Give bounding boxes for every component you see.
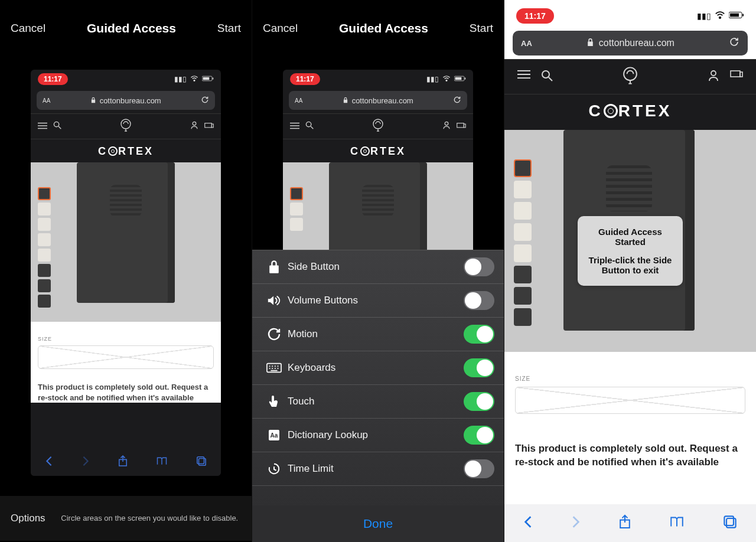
- option-row: Side Button: [252, 250, 504, 284]
- reload-icon[interactable]: [729, 37, 739, 50]
- option-label: Time Limit: [288, 463, 464, 475]
- thumbnail[interactable]: [514, 223, 532, 241]
- thumbnail[interactable]: [38, 279, 51, 292]
- thumbnail[interactable]: [38, 264, 51, 277]
- thumbnail[interactable]: [514, 202, 532, 220]
- url-bar: AA cottonbureau.com: [289, 91, 467, 110]
- tabs-icon[interactable]: [723, 515, 737, 531]
- search-icon[interactable]: [541, 70, 553, 84]
- svg-line-28: [311, 126, 313, 129]
- url-bar[interactable]: AA cottonbureau.com: [37, 91, 215, 110]
- cancel-button[interactable]: Cancel: [263, 22, 298, 35]
- cancel-button[interactable]: Cancel: [11, 22, 45, 35]
- option-toggle[interactable]: [464, 291, 494, 310]
- option-toggle[interactable]: [464, 392, 494, 411]
- text-size-icon[interactable]: AA: [521, 39, 532, 48]
- svg-rect-18: [199, 459, 206, 466]
- option-row: Touch: [252, 385, 504, 419]
- size-selector[interactable]: [38, 345, 214, 369]
- option-toggle[interactable]: [464, 426, 494, 445]
- thumbnail[interactable]: [38, 249, 51, 262]
- user-icon[interactable]: [190, 121, 198, 132]
- svg-rect-33: [457, 123, 464, 128]
- bookmarks-icon[interactable]: [156, 456, 168, 468]
- text-size-icon[interactable]: AA: [43, 97, 50, 104]
- svg-point-29: [373, 119, 383, 129]
- start-button[interactable]: Start: [217, 22, 241, 35]
- site-logo-icon[interactable]: [622, 67, 638, 87]
- site-logo-icon: [372, 119, 384, 134]
- search-icon[interactable]: [53, 121, 61, 132]
- thumbnail[interactable]: [514, 287, 532, 305]
- time-pill: 11:17: [290, 73, 320, 85]
- size-selector[interactable]: [515, 387, 745, 414]
- forward-icon[interactable]: [571, 515, 581, 531]
- battery-icon: [729, 11, 744, 21]
- share-icon[interactable]: [118, 455, 128, 469]
- guided-access-alert: Guided Access Started Triple-click the S…: [578, 216, 683, 286]
- start-button[interactable]: Start: [470, 22, 493, 35]
- option-label: Motion: [288, 328, 464, 340]
- guided-access-navbar: Cancel Guided Access Start: [0, 0, 252, 57]
- brand-logo: CRTEX: [504, 94, 756, 130]
- lock-icon: [586, 38, 594, 49]
- tabs-icon[interactable]: [196, 456, 207, 469]
- svg-text:Aa: Aa: [271, 432, 278, 439]
- svg-rect-19: [197, 457, 204, 464]
- screen-preview[interactable]: 11:17 ▮▮▯ AA cottonbureau.com: [31, 70, 221, 476]
- menu-icon[interactable]: [38, 121, 47, 132]
- motion-icon: [260, 327, 288, 341]
- svg-point-27: [306, 122, 311, 126]
- brand-logo: CRTEX: [283, 139, 473, 162]
- text-size-icon: AA: [295, 97, 302, 104]
- url-bar[interactable]: AA cottonbureau.com: [513, 31, 748, 55]
- site-logo-icon[interactable]: [120, 119, 132, 134]
- thumbnail[interactable]: [38, 187, 51, 200]
- option-toggle[interactable]: [464, 257, 494, 276]
- url-text: cottonbureau.com: [352, 96, 413, 105]
- reload-icon[interactable]: [201, 96, 209, 106]
- forward-icon[interactable]: [82, 456, 90, 469]
- option-toggle[interactable]: [464, 358, 494, 377]
- dictionary-icon: Aa: [260, 429, 288, 442]
- status-bar: 11:17 ▮▮▯: [283, 70, 473, 87]
- safari-toolbar: [31, 449, 221, 476]
- panel-guided-access-active: 11:17 ▮▮▯ AA cottonbureau.com CRTEX: [504, 0, 756, 542]
- back-icon[interactable]: [523, 515, 533, 531]
- lock-icon: [260, 260, 288, 274]
- menu-icon[interactable]: [517, 70, 530, 84]
- product-image-area: [283, 162, 473, 250]
- option-toggle[interactable]: [464, 459, 494, 478]
- svg-rect-34: [464, 124, 465, 128]
- svg-rect-14: [211, 124, 213, 128]
- product-image: [77, 162, 175, 303]
- options-button[interactable]: Options: [11, 512, 45, 524]
- thumbnail[interactable]: [38, 218, 51, 231]
- site-header: [31, 113, 221, 139]
- touch-icon: [260, 394, 288, 409]
- option-label: Volume Buttons: [288, 295, 464, 306]
- done-button[interactable]: Done: [252, 505, 504, 542]
- safari-toolbar: [504, 504, 756, 542]
- thumbnail[interactable]: [514, 266, 532, 283]
- options-hint-bar: Options Circle areas on the screen you w…: [0, 496, 252, 541]
- product-image-area[interactable]: [31, 162, 221, 322]
- thumbnail[interactable]: [38, 295, 51, 308]
- share-icon[interactable]: [619, 514, 631, 532]
- thumbnail[interactable]: [514, 159, 532, 177]
- user-icon[interactable]: [708, 70, 719, 84]
- cart-icon[interactable]: [204, 121, 214, 132]
- option-toggle[interactable]: [464, 325, 494, 344]
- svg-point-54: [542, 71, 549, 78]
- svg-line-55: [549, 77, 552, 81]
- thumbnail[interactable]: [514, 244, 532, 262]
- back-icon[interactable]: [45, 456, 53, 469]
- thumbnail[interactable]: [514, 181, 532, 198]
- thumbnail[interactable]: [514, 308, 532, 326]
- cart-icon[interactable]: [730, 70, 743, 84]
- thumbnail[interactable]: [38, 233, 51, 246]
- product-image-area[interactable]: Guided Access Started Triple-click the S…: [504, 130, 756, 352]
- thumbnail[interactable]: [38, 203, 51, 216]
- bookmarks-icon[interactable]: [669, 516, 685, 530]
- alert-subtitle: Triple-click the Side Button to exit: [586, 255, 674, 275]
